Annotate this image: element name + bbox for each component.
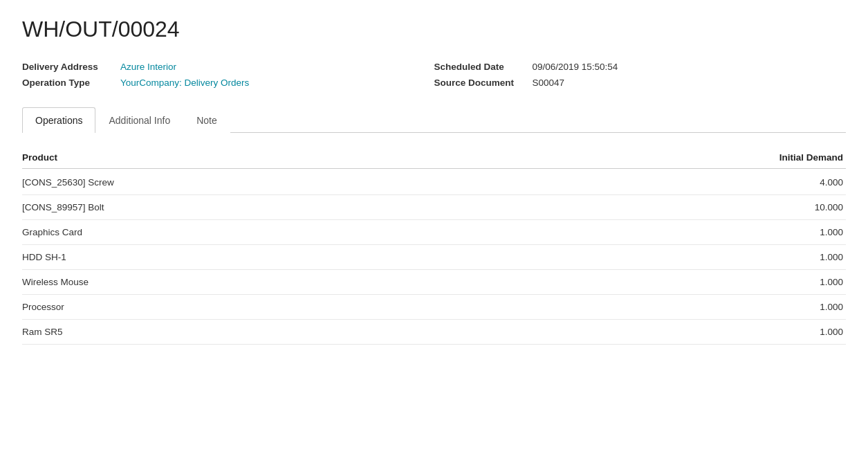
table-row: Wireless Mouse1.000 [22,270,846,295]
source-document-value: S00047 [533,78,565,88]
table-row: [CONS_89957] Bolt10.000 [22,195,846,220]
page-title: WH/OUT/00024 [22,17,846,42]
table-row: Ram SR51.000 [22,320,846,345]
table-row: HDD SH-11.000 [22,245,846,270]
tab-note[interactable]: Note [183,107,230,133]
row-product: Graphics Card [22,227,82,237]
source-document-label: Source Document [434,78,524,88]
delivery-address-row: Delivery Address Azure Interior [22,62,434,72]
table-row: Graphics Card1.000 [22,220,846,245]
row-demand: 1.000 [791,252,846,262]
table-row: Processor1.000 [22,295,846,320]
table-row: [CONS_25630] Screw4.000 [22,170,846,195]
left-fields: Delivery Address Azure Interior Operatio… [22,62,434,88]
row-product: [CONS_25630] Screw [22,177,114,188]
row-demand: 1.000 [791,277,846,287]
table-body: [CONS_25630] Screw4.000[CONS_89957] Bolt… [22,170,846,345]
operation-type-label: Operation Type [22,78,112,88]
row-product: Processor [22,302,64,312]
source-document-row: Source Document S00047 [434,78,847,88]
form-fields: Delivery Address Azure Interior Operatio… [22,62,846,88]
row-demand: 1.000 [791,227,846,237]
tabs-container: Operations Additional Info Note [22,107,846,133]
scheduled-date-value: 09/06/2019 15:50:54 [533,62,618,72]
row-demand: 10.000 [791,202,846,212]
right-fields: Scheduled Date 09/06/2019 15:50:54 Sourc… [434,62,847,88]
col-product-header: Product [22,152,57,163]
operations-table: Product Initial Demand [CONS_25630] Scre… [22,147,846,345]
operation-type-value[interactable]: YourCompany: Delivery Orders [120,78,249,88]
operation-type-row: Operation Type YourCompany: Delivery Ord… [22,78,434,88]
row-demand: 4.000 [791,177,846,188]
row-demand: 1.000 [791,327,846,337]
delivery-address-value[interactable]: Azure Interior [120,62,176,72]
scheduled-date-label: Scheduled Date [434,62,524,72]
row-product: HDD SH-1 [22,252,66,262]
scheduled-date-row: Scheduled Date 09/06/2019 15:50:54 [434,62,847,72]
row-demand: 1.000 [791,302,846,312]
row-product: Wireless Mouse [22,277,89,287]
row-product: [CONS_89957] Bolt [22,202,104,212]
tab-additional-info[interactable]: Additional Info [95,107,183,133]
table-header: Product Initial Demand [22,147,846,169]
col-demand-header: Initial Demand [779,152,846,163]
delivery-address-label: Delivery Address [22,62,112,72]
tab-operations[interactable]: Operations [22,107,95,133]
row-product: Ram SR5 [22,327,63,337]
